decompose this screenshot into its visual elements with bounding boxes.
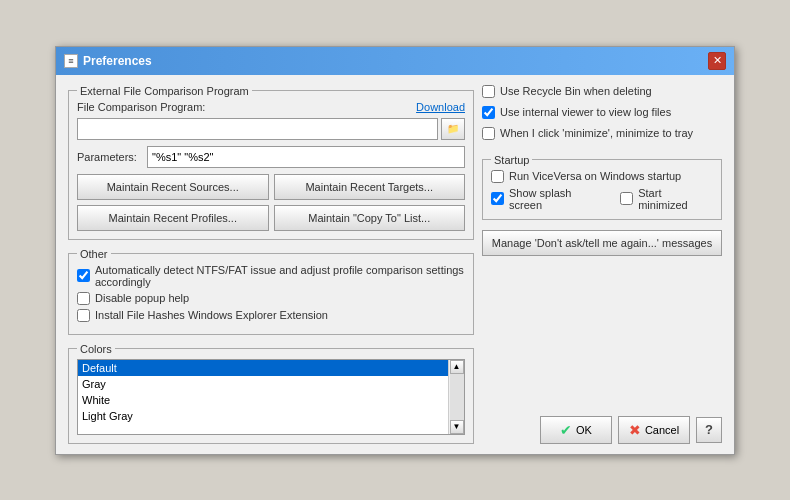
internal-viewer-checkbox[interactable]: [482, 106, 495, 119]
splash-checkbox[interactable]: [491, 192, 504, 205]
colors-listbox[interactable]: Default Gray White Light Gray ▲ ▼: [77, 359, 465, 435]
cancel-label: Cancel: [645, 424, 679, 436]
dialog-icon: ≡: [64, 54, 78, 68]
folder-icon: 📁: [447, 123, 459, 134]
popup-label: Disable popup help: [95, 292, 189, 304]
startup-legend: Startup: [491, 154, 532, 166]
manage-messages-button[interactable]: Manage 'Don't ask/tell me again...' mess…: [482, 230, 722, 256]
file-comparison-row: File Comparison Program: Download: [77, 101, 465, 113]
browse-button[interactable]: 📁: [441, 118, 465, 140]
preferences-dialog: ≡ Preferences ✕ External File Comparison…: [55, 46, 735, 455]
dialog-title: Preferences: [83, 54, 152, 68]
minimize-checkbox-row: When I click 'minimize', minimize to tra…: [482, 127, 722, 140]
recycle-checkbox[interactable]: [482, 85, 495, 98]
params-input[interactable]: [147, 146, 465, 168]
content-area: External File Comparison Program File Co…: [68, 85, 722, 444]
hashes-label: Install File Hashes Windows Explorer Ext…: [95, 309, 328, 321]
title-bar: ≡ Preferences ✕: [56, 47, 734, 75]
title-bar-left: ≡ Preferences: [64, 54, 152, 68]
popup-checkbox-row: Disable popup help: [77, 292, 465, 305]
splash-checkbox-row: Show splash screen: [491, 187, 606, 211]
splash-label: Show splash screen: [509, 187, 606, 211]
maintain-profiles-button[interactable]: Maintain Recent Profiles...: [77, 205, 269, 231]
scroll-up-btn[interactable]: ▲: [450, 360, 464, 374]
maintain-copyto-button[interactable]: Maintain "Copy To" List...: [274, 205, 466, 231]
external-file-group: External File Comparison Program File Co…: [68, 85, 474, 240]
startmin-checkbox-row: Start minimized: [620, 187, 713, 211]
other-group: Other Automatically detect NTFS/FAT issu…: [68, 248, 474, 335]
maintain-sources-button[interactable]: Maintain Recent Sources...: [77, 174, 269, 200]
file-input-row: 📁: [77, 118, 465, 140]
internal-viewer-label: Use internal viewer to view log files: [500, 106, 671, 118]
scroll-track: [450, 374, 464, 420]
color-item-white[interactable]: White: [78, 392, 448, 408]
right-panel: Use Recycle Bin when deleting Use intern…: [482, 85, 722, 444]
run-checkbox[interactable]: [491, 170, 504, 183]
ok-check-icon: ✔: [560, 422, 572, 438]
popup-checkbox[interactable]: [77, 292, 90, 305]
hashes-checkbox[interactable]: [77, 309, 90, 322]
run-checkbox-row: Run ViceVersa on Windows startup: [491, 170, 713, 183]
ntfs-label: Automatically detect NTFS/FAT issue and …: [95, 264, 465, 288]
cancel-x-icon: ✖: [629, 422, 641, 438]
internal-viewer-checkbox-row: Use internal viewer to view log files: [482, 106, 722, 119]
recycle-label: Use Recycle Bin when deleting: [500, 85, 652, 97]
recycle-checkbox-row: Use Recycle Bin when deleting: [482, 85, 722, 98]
splash-startmin-row: Show splash screen Start minimized: [491, 187, 713, 211]
ok-button[interactable]: ✔ OK: [540, 416, 612, 444]
startmin-checkbox[interactable]: [620, 192, 633, 205]
maintain-targets-button[interactable]: Maintain Recent Targets...: [274, 174, 466, 200]
other-legend: Other: [77, 248, 111, 260]
minimize-label: When I click 'minimize', minimize to tra…: [500, 127, 693, 139]
file-comparison-label: File Comparison Program:: [77, 101, 212, 113]
footer-row: ✔ OK ✖ Cancel ?: [482, 316, 722, 444]
cancel-button[interactable]: ✖ Cancel: [618, 416, 690, 444]
listbox-scrollbar: ▲ ▼: [448, 360, 464, 434]
help-label: ?: [705, 422, 713, 437]
colors-legend: Colors: [77, 343, 115, 355]
startup-group: Startup Run ViceVersa on Windows startup…: [482, 154, 722, 220]
minimize-checkbox[interactable]: [482, 127, 495, 140]
sources-targets-btn-row: Maintain Recent Sources... Maintain Rece…: [77, 174, 465, 200]
ok-label: OK: [576, 424, 592, 436]
profiles-copyto-btn-row: Maintain Recent Profiles... Maintain "Co…: [77, 205, 465, 231]
file-input[interactable]: [77, 118, 438, 140]
params-row: Parameters:: [77, 146, 465, 168]
color-item-gray[interactable]: Gray: [78, 376, 448, 392]
scroll-down-btn[interactable]: ▼: [450, 420, 464, 434]
left-panel: External File Comparison Program File Co…: [68, 85, 474, 444]
color-item-default[interactable]: Default: [78, 360, 448, 376]
startmin-label: Start minimized: [638, 187, 713, 211]
run-label: Run ViceVersa on Windows startup: [509, 170, 681, 182]
params-label: Parameters:: [77, 151, 147, 163]
close-button[interactable]: ✕: [708, 52, 726, 70]
download-link[interactable]: Download: [416, 101, 465, 113]
ntfs-checkbox-row: Automatically detect NTFS/FAT issue and …: [77, 264, 465, 288]
dialog-body: External File Comparison Program File Co…: [56, 75, 734, 454]
help-button[interactable]: ?: [696, 417, 722, 443]
hashes-checkbox-row: Install File Hashes Windows Explorer Ext…: [77, 309, 465, 322]
colors-group: Colors Default Gray White Light Gray ▲ ▼: [68, 343, 474, 444]
color-item-lightgray[interactable]: Light Gray: [78, 408, 448, 424]
ntfs-checkbox[interactable]: [77, 269, 90, 282]
external-file-legend: External File Comparison Program: [77, 85, 252, 97]
colors-list-items: Default Gray White Light Gray: [78, 360, 448, 434]
